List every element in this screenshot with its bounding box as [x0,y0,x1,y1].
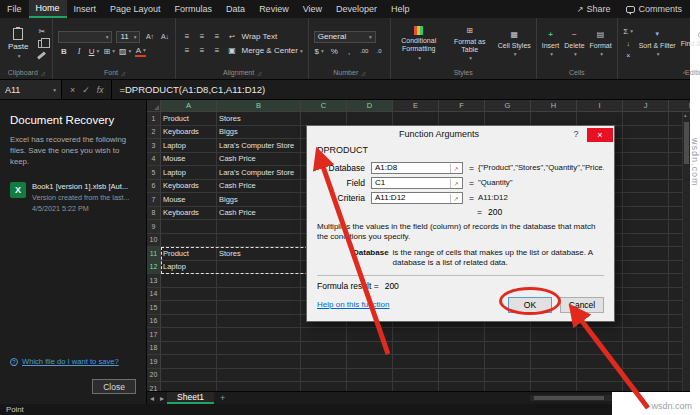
name-box[interactable]: A11 [0,80,62,99]
cell-J4[interactable] [623,153,669,167]
field-input[interactable]: C1 [371,177,463,189]
underline-button[interactable] [88,47,99,57]
delete-cells-button[interactable]: Delete [564,30,584,58]
fill-button[interactable] [623,39,634,49]
cell-I19[interactable] [577,355,623,369]
column-header-E[interactable]: E [393,100,439,112]
cell-B13[interactable] [217,274,301,288]
dialog-close-button[interactable] [587,128,613,142]
ribbon-tab-review[interactable]: Review [252,0,296,18]
font-size-combo[interactable]: 11 [116,31,140,43]
cell-A9[interactable] [161,220,217,234]
row-header-21[interactable]: 21 [147,382,161,391]
cell-A19[interactable] [161,355,217,369]
ribbon-tab-file[interactable]: File [0,0,29,18]
cell-D21[interactable] [347,382,393,391]
cell-A7[interactable]: Mouse [161,193,217,207]
which-file-to-save-link[interactable]: Which file do I want to save? [10,357,119,366]
row-header-11[interactable]: 11 [147,247,161,261]
row-header-16[interactable]: 16 [147,315,161,329]
cell-A5[interactable]: Laptop [161,166,217,180]
cell-H19[interactable] [531,355,577,369]
cut-icon[interactable] [36,27,47,37]
align-center-icon[interactable] [196,46,207,56]
cell-J20[interactable] [623,369,669,383]
cell-I1[interactable] [577,112,623,126]
cell-A18[interactable] [161,342,217,356]
grow-font-icon[interactable] [144,32,155,42]
cell-A17[interactable] [161,328,217,342]
cell-J19[interactable] [623,355,669,369]
row-header-14[interactable]: 14 [147,288,161,302]
cell-A1[interactable]: Product [161,112,217,126]
merge-center-label[interactable]: Merge & Center [241,46,302,55]
cell-B11[interactable]: Stores [217,247,301,261]
cell-J15[interactable] [623,301,669,315]
cell-G21[interactable] [485,382,531,391]
vertical-scrollbar-thumb[interactable] [684,122,689,164]
autosum-button[interactable] [623,27,634,37]
cell-B3[interactable]: Lara's Computer Store [217,139,301,153]
cell-C1[interactable] [301,112,347,126]
cell-H21[interactable] [531,382,577,391]
cell-A12[interactable]: Laptop [161,261,217,275]
cell-J3[interactable] [623,139,669,153]
align-top-icon[interactable] [181,32,192,42]
select-all-corner[interactable] [147,100,161,112]
column-header-F[interactable]: F [439,100,485,112]
find-select-button[interactable]: Find & Select [681,32,700,56]
cell-E20[interactable] [393,369,439,383]
cell-E19[interactable] [393,355,439,369]
cell-A15[interactable] [161,301,217,315]
cell-G18[interactable] [485,342,531,356]
column-header-G[interactable]: G [485,100,531,112]
cell-B6[interactable]: Cash Price [217,180,301,194]
align-bottom-icon[interactable] [211,32,222,42]
cell-A2[interactable]: Keyboards [161,126,217,140]
cell-J13[interactable] [623,274,669,288]
row-header-17[interactable]: 17 [147,328,161,342]
column-header-I[interactable]: I [577,100,623,112]
field-range-picker-button[interactable] [450,179,461,188]
cell-D20[interactable] [347,369,393,383]
row-header-20[interactable]: 20 [147,369,161,383]
database-range-picker-button[interactable] [450,164,461,173]
row-header-15[interactable]: 15 [147,301,161,315]
row-header-10[interactable]: 10 [147,234,161,248]
row-header-1[interactable]: 1 [147,112,161,126]
recovery-close-button[interactable]: Close [92,379,136,394]
ribbon-tab-page-layout[interactable]: Page Layout [103,0,168,18]
cell-B5[interactable]: Lara's Computer Store [217,166,301,180]
align-left-icon[interactable] [181,46,192,56]
cell-J18[interactable] [623,342,669,356]
row-header-12[interactable]: 12 [147,261,161,275]
row-header-9[interactable]: 9 [147,220,161,234]
row-header-18[interactable]: 18 [147,342,161,356]
prev-sheet-icon[interactable] [147,392,157,404]
cell-A14[interactable] [161,288,217,302]
cell-J6[interactable] [623,180,669,194]
cell-I21[interactable] [577,382,623,391]
shrink-font-icon[interactable] [159,32,170,42]
cell-G20[interactable] [485,369,531,383]
sort-filter-button[interactable]: Sort & Filter [639,30,676,58]
cancel-entry-icon[interactable] [70,85,75,95]
comments-button[interactable]: Comments [618,0,690,18]
copy-button[interactable] [36,39,47,49]
ribbon-tab-formulas[interactable]: Formulas [168,0,220,18]
number-format-combo[interactable]: General [314,31,376,43]
bold-button[interactable] [58,47,69,57]
collapse-ribbon-icon[interactable] [683,70,686,77]
format-as-table-button[interactable]: Format as Table [447,26,493,61]
decrease-decimal-icon[interactable] [374,47,385,57]
font-color-button[interactable] [135,47,146,57]
cell-F21[interactable] [439,382,485,391]
cell-B4[interactable]: Cash Price [217,153,301,167]
new-sheet-button[interactable] [214,392,231,404]
wrap-text-label[interactable]: Wrap Text [241,32,277,41]
cell-C17[interactable] [301,328,347,342]
cell-B20[interactable] [217,369,301,383]
dialog-help-button[interactable] [565,127,587,141]
cell-B9[interactable] [217,220,301,234]
cell-B10[interactable] [217,234,301,248]
